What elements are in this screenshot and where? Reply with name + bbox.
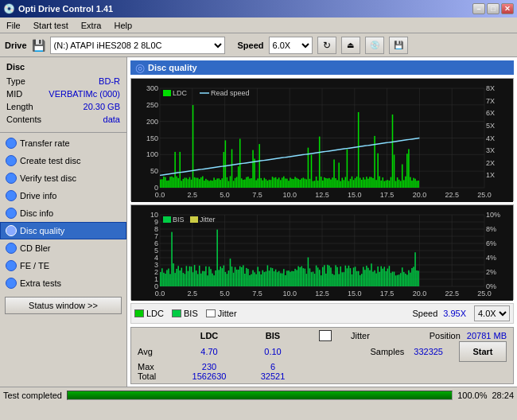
nav-drive-info[interactable]: Drive info bbox=[0, 187, 126, 204]
titlebar-buttons: – □ ✕ bbox=[472, 3, 514, 14]
menu-start-test[interactable]: Start test bbox=[30, 19, 72, 32]
nav-icon-transfer bbox=[6, 138, 17, 149]
ldc-legend-box bbox=[134, 309, 144, 317]
progress-bar bbox=[67, 391, 453, 400]
total-ldc: 1562630 bbox=[185, 371, 233, 381]
stats-area: LDC BIS Jitter Position 20781 MB Avg 4.7… bbox=[130, 327, 514, 384]
bis-legend-box bbox=[172, 309, 181, 317]
nav-label-create-test-disc: Create test disc bbox=[20, 156, 80, 165]
total-bis: 32521 bbox=[249, 371, 297, 381]
stats-total-row: Total 1562630 32521 bbox=[138, 371, 507, 381]
close-button[interactable]: ✕ bbox=[501, 3, 514, 14]
stats-headers-row: LDC BIS Jitter Position 20781 MB bbox=[138, 330, 507, 341]
nav-label-transfer-rate: Transfer rate bbox=[20, 138, 70, 148]
menu-extra[interactable]: Extra bbox=[78, 19, 105, 32]
total-label: Total bbox=[138, 371, 169, 381]
nav-label-cd-bler: CD Bler bbox=[20, 243, 51, 253]
save-button[interactable]: 💾 bbox=[389, 37, 408, 54]
main-layout: Disc Type BD-R MID VERBATIMc (000) Lengt… bbox=[0, 57, 517, 387]
nav-fe-te[interactable]: FE / TE bbox=[0, 257, 126, 274]
speed-value-legend: 3.95X bbox=[443, 309, 466, 318]
nav-icon-disc-info bbox=[6, 208, 17, 219]
drive-label: Drive bbox=[5, 41, 27, 50]
menu-help[interactable]: Help bbox=[111, 19, 135, 32]
legend-jitter: Jitter bbox=[206, 309, 237, 318]
eject-button[interactable]: ⏏ bbox=[341, 37, 360, 54]
max-bis: 6 bbox=[249, 362, 297, 371]
disc-row-mid: MID VERBATIMc (000) bbox=[6, 88, 120, 100]
disc-section-header: Disc bbox=[0, 60, 126, 73]
avg-bis: 0.10 bbox=[249, 347, 297, 356]
app-title: Opti Drive Control 1.41 bbox=[18, 4, 113, 14]
titlebar-left: 💿 Opti Drive Control 1.41 bbox=[3, 3, 113, 14]
nav-icon-verify bbox=[6, 173, 17, 184]
status-time: 28:24 bbox=[492, 391, 514, 400]
ldc-legend-label: LDC bbox=[146, 309, 164, 318]
nav-label-drive-info: Drive info bbox=[20, 191, 56, 200]
max-ldc: 230 bbox=[185, 362, 233, 371]
status-percent: 100.0% bbox=[457, 391, 487, 400]
speed-label-legend: Speed bbox=[412, 309, 437, 318]
titlebar: 💿 Opti Drive Control 1.41 – □ ✕ bbox=[0, 0, 517, 18]
nav-icon-fe-te bbox=[6, 260, 17, 271]
position-value: 20781 MB bbox=[467, 331, 507, 340]
samples-value: 332325 bbox=[414, 347, 443, 356]
speed-label: Speed bbox=[238, 41, 264, 50]
status-window-label: Status window >> bbox=[29, 301, 98, 310]
position-label: Position bbox=[430, 331, 461, 340]
nav-disc-quality[interactable]: Disc quality bbox=[0, 222, 126, 239]
nav-icon-cd-bler bbox=[6, 243, 17, 254]
nav-label-disc-quality: Disc quality bbox=[20, 226, 64, 235]
nav-icon-extra-tests bbox=[6, 278, 17, 289]
nav-create-test-disc[interactable]: Create test disc bbox=[0, 152, 126, 169]
disc-contents-value: data bbox=[103, 113, 120, 126]
top-chart-container bbox=[130, 78, 514, 201]
drivebar: Drive 💾 (N:) ATAPI iHES208 2 8L0C Speed … bbox=[0, 33, 517, 57]
nav-transfer-rate[interactable]: Transfer rate bbox=[0, 134, 126, 152]
legend-row: LDC BIS Jitter Speed 3.95X 4.0X bbox=[130, 303, 514, 324]
progress-bar-inner bbox=[68, 391, 452, 399]
status-text: Test completed bbox=[3, 391, 62, 400]
nav-verify-test-disc[interactable]: Verify test disc bbox=[0, 169, 126, 187]
nav-extra-tests[interactable]: Extra tests bbox=[0, 274, 126, 292]
maximize-button[interactable]: □ bbox=[487, 3, 500, 14]
chart-title: Disc quality bbox=[148, 63, 197, 72]
disc-length-label: Length bbox=[6, 100, 33, 113]
nav-disc-info[interactable]: Disc info bbox=[0, 204, 126, 222]
start-button[interactable]: Start bbox=[459, 341, 507, 362]
app-icon: 💿 bbox=[3, 3, 15, 14]
refresh-button[interactable]: ↻ bbox=[317, 37, 336, 54]
menu-file[interactable]: File bbox=[3, 19, 24, 32]
samples-label: Samples bbox=[370, 347, 404, 356]
jitter-stats-label: Jitter bbox=[351, 331, 370, 340]
disc-mid-value: VERBATIMc (000) bbox=[49, 88, 120, 100]
legend-ldc: LDC bbox=[134, 309, 164, 318]
jitter-legend-label: Jitter bbox=[218, 309, 237, 318]
stats-right-samples: Samples 332325 bbox=[370, 347, 443, 356]
nav-label-verify-test-disc: Verify test disc bbox=[20, 173, 76, 183]
disc-row-length: Length 20.30 GB bbox=[6, 100, 120, 113]
stats-avg-row: Avg 4.70 0.10 Samples 332325 Start bbox=[138, 341, 507, 362]
left-panel: Disc Type BD-R MID VERBATIMc (000) Lengt… bbox=[0, 57, 127, 387]
bottom-chart bbox=[131, 205, 513, 301]
speed-select[interactable]: 6.0X bbox=[269, 37, 313, 54]
chart-speed-select[interactable]: 4.0X bbox=[474, 305, 510, 321]
disc-button[interactable]: 💿 bbox=[365, 37, 384, 54]
status-window-button[interactable]: Status window >> bbox=[5, 297, 122, 314]
drive-icon: 💾 bbox=[32, 39, 45, 52]
chart-icon: ◎ bbox=[135, 61, 145, 74]
nav-cd-bler[interactable]: CD Bler bbox=[0, 239, 126, 257]
right-panel: ◎ Disc quality LDC BIS Jitter bbox=[127, 57, 517, 387]
minimize-button[interactable]: – bbox=[472, 3, 485, 14]
nav-icon-drive-info bbox=[6, 190, 17, 201]
stats-right: Position 20781 MB bbox=[430, 331, 507, 340]
jitter-checkbox-indicator bbox=[319, 330, 332, 341]
nav-label-disc-info: Disc info bbox=[20, 208, 53, 218]
disc-info-block: Type BD-R MID VERBATIMc (000) Length 20.… bbox=[0, 73, 126, 130]
stats-max-row: Max 230 6 bbox=[138, 362, 507, 371]
avg-label: Avg bbox=[138, 347, 169, 356]
disc-row-contents: Contents data bbox=[6, 113, 120, 126]
drive-select[interactable]: (N:) ATAPI iHES208 2 8L0C bbox=[50, 37, 225, 54]
legend-speed: Speed 3.95X bbox=[412, 309, 466, 318]
max-label: Max bbox=[138, 362, 169, 371]
